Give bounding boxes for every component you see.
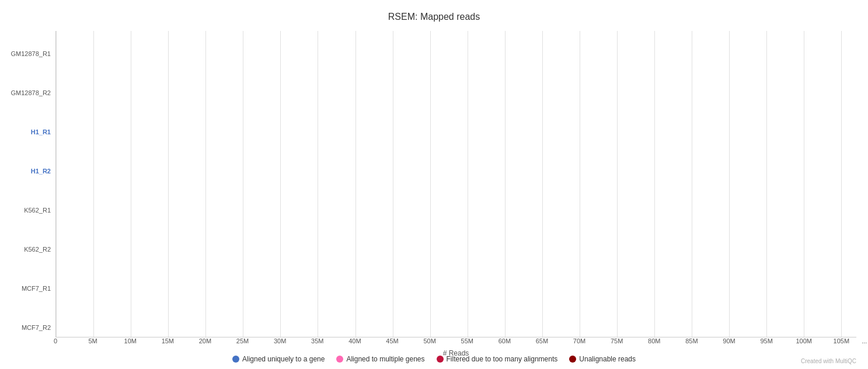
x-label-2: 10M [124, 337, 137, 344]
bar-row-GM12878_R2 [56, 81, 856, 102]
y-label-GM12878_R2: GM12878_R2 [12, 81, 51, 105]
x-label-1: 5M [88, 337, 97, 344]
bar-row-MCF7_R2 [56, 303, 856, 324]
x-label-0: 0 [54, 337, 57, 344]
x-label-14: 70M [573, 337, 585, 344]
chart-plot: 05M10M15M20M25M30M35M40M45M50M55M60M65M7… [55, 31, 856, 350]
x-label-10: 50M [423, 337, 435, 344]
bar-row-GM12878_R1 [56, 44, 856, 65]
bar-row-K562_R1 [56, 192, 856, 213]
x-label-12: 60M [499, 337, 511, 344]
x-label-13: 65M [536, 337, 548, 344]
x-label-20: 100M [796, 337, 812, 344]
chart-area: GM12878_R1GM12878_R2H1_R1H1_R2K562_R1K56… [12, 31, 856, 350]
x-axis-title: # Reads [55, 349, 856, 357]
bars-container [56, 31, 856, 337]
x-label-15: 75M [611, 337, 623, 344]
chart-title: RSEM: Mapped reads [388, 12, 480, 22]
y-label-GM12878_R1: GM12878_R1 [12, 42, 51, 65]
y-label-MCF7_R1: MCF7_R1 [12, 277, 51, 300]
x-label-3: 15M [162, 337, 174, 344]
y-label-H1_R2: H1_R2 [12, 159, 51, 183]
x-label-ellipsis: ... [862, 337, 867, 344]
bar-row-H1_R1 [56, 118, 856, 139]
x-label-21: 105M [834, 337, 850, 344]
y-label-H1_R1: H1_R1 [12, 120, 51, 144]
x-label-6: 30M [274, 337, 286, 344]
x-label-16: 80M [648, 337, 660, 344]
x-label-18: 90M [723, 337, 735, 344]
x-label-19: 95M [760, 337, 772, 344]
y-label-K562_R2: K562_R2 [12, 238, 51, 261]
x-label-5: 25M [236, 337, 249, 344]
y-label-MCF7_R2: MCF7_R2 [12, 316, 51, 339]
y-axis-labels: GM12878_R1GM12878_R2H1_R1H1_R2K562_R1K56… [12, 31, 55, 350]
created-by-label: Created with MultiQC [801, 358, 856, 364]
y-label-K562_R1: K562_R1 [12, 199, 51, 222]
bar-row-MCF7_R1 [56, 266, 856, 287]
x-label-11: 55M [461, 337, 473, 344]
bar-row-H1_R2 [56, 155, 856, 176]
x-label-9: 45M [386, 337, 398, 344]
x-axis: 05M10M15M20M25M30M35M40M45M50M55M60M65M7… [55, 337, 856, 350]
chart-container: RSEM: Mapped reads GM12878_R1GM12878_R2H… [0, 0, 868, 369]
x-label-7: 35M [311, 337, 323, 344]
bar-row-K562_R2 [56, 229, 856, 250]
x-label-4: 20M [199, 337, 211, 344]
x-label-8: 40M [348, 337, 361, 344]
grid-and-bars [55, 31, 856, 337]
x-label-17: 85M [685, 337, 698, 344]
